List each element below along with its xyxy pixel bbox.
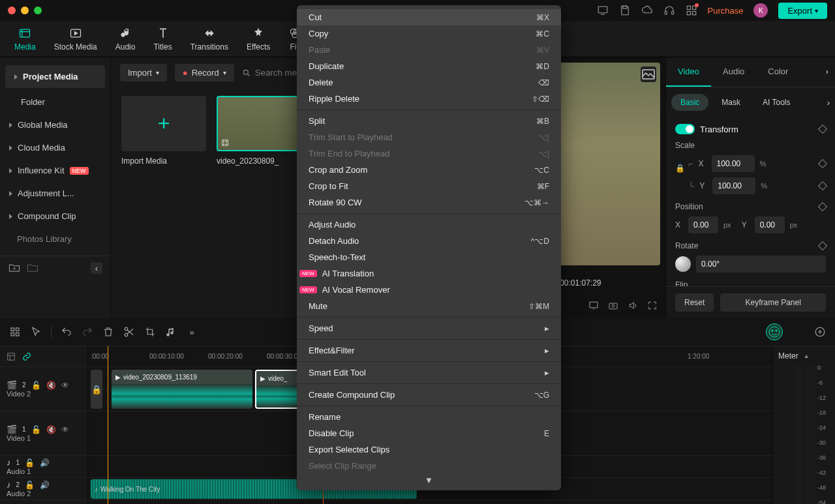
subtab-basic[interactable]: Basic bbox=[671, 94, 708, 111]
screen-icon[interactable] bbox=[597, 5, 609, 16]
avatar[interactable]: K bbox=[753, 3, 768, 18]
keyframe-diamond[interactable] bbox=[818, 241, 827, 250]
rotate-knob[interactable] bbox=[675, 256, 691, 272]
context-menu-item[interactable]: Ripple Delete⇧⌫ bbox=[297, 91, 561, 107]
keyframe-diamond[interactable] bbox=[818, 181, 827, 190]
lock-icon[interactable]: 🔓 bbox=[31, 381, 41, 390]
track-header-audio1[interactable]: ♪1🔓🔊 Audio 1 bbox=[0, 456, 87, 478]
tab-titles[interactable]: Titles bbox=[144, 23, 181, 55]
context-menu-item[interactable]: Disable ClipE bbox=[297, 425, 561, 441]
context-menu-item[interactable]: Split⌘B bbox=[297, 113, 561, 129]
context-menu-item[interactable]: Export Selected Clips bbox=[297, 441, 561, 458]
context-menu-item[interactable]: Crop and Zoom⌥C bbox=[297, 162, 561, 178]
context-menu-item[interactable]: Crop to Fit⌘F bbox=[297, 178, 561, 194]
add-marker-icon[interactable] bbox=[814, 326, 826, 338]
context-menu-item[interactable]: Effect&Filter▸ bbox=[297, 342, 561, 359]
playhead[interactable] bbox=[108, 346, 108, 504]
context-menu-item[interactable]: Speech-to-Text bbox=[297, 249, 561, 265]
sidebar-cloud-media[interactable]: Cloud Media bbox=[0, 136, 110, 159]
export-button[interactable]: Export▾ bbox=[778, 3, 827, 19]
link-icon[interactable] bbox=[22, 351, 31, 363]
context-menu-item[interactable]: Rotate 90 CW⌥⌘→ bbox=[297, 194, 561, 211]
timeline-clip[interactable]: ▶video_20230809_113619 bbox=[112, 370, 252, 409]
minimize-button[interactable] bbox=[21, 7, 29, 14]
music-icon[interactable] bbox=[165, 326, 177, 338]
context-menu-item[interactable]: Select Clip Range bbox=[297, 458, 561, 474]
maximize-button[interactable] bbox=[34, 7, 42, 14]
sidebar-compound[interactable]: Compound Clip bbox=[0, 205, 110, 228]
pos-y-input[interactable] bbox=[755, 216, 785, 233]
mute-icon[interactable]: 🔇 bbox=[46, 381, 56, 390]
context-menu-item[interactable]: Delete⌫ bbox=[297, 74, 561, 91]
record-button[interactable]: ●Record▾ bbox=[175, 64, 234, 82]
lock-icon[interactable]: 🔓 bbox=[31, 425, 41, 434]
lock-icon[interactable]: 🔒 bbox=[675, 164, 685, 173]
track-header-audio2[interactable]: ♪2🔓🔊 Audio 2 bbox=[0, 478, 87, 500]
props-tab-audio[interactable]: Audio bbox=[711, 57, 756, 87]
sidebar-influence-kit[interactable]: Influence KitNEW bbox=[0, 159, 110, 182]
subtab-ai-tools[interactable]: AI Tools bbox=[753, 94, 799, 111]
tab-effects[interactable]: Effects bbox=[237, 23, 279, 55]
keyframe-diamond[interactable] bbox=[818, 159, 827, 168]
keyframe-panel-button[interactable]: Keyframe Panel bbox=[720, 293, 826, 312]
rotate-input[interactable] bbox=[696, 256, 826, 273]
save-icon[interactable] bbox=[619, 5, 631, 16]
context-menu-item[interactable]: Create Compound Clip⌥G bbox=[297, 387, 561, 403]
magnet-icon[interactable] bbox=[9, 326, 21, 338]
tabs-more-icon[interactable]: › bbox=[819, 57, 835, 87]
props-tab-color[interactable]: Color bbox=[756, 57, 800, 87]
context-menu-item[interactable]: Adjust Audio bbox=[297, 216, 561, 233]
context-menu-item[interactable]: NEWAI Vocal Remover bbox=[297, 282, 561, 298]
headphones-icon[interactable] bbox=[663, 5, 675, 16]
subtab-mask[interactable]: Mask bbox=[712, 94, 750, 111]
cloud-icon[interactable] bbox=[641, 5, 653, 16]
picture-icon[interactable] bbox=[641, 67, 656, 82]
trash-icon[interactable] bbox=[102, 326, 114, 338]
track-header-video2[interactable]: 🎬2🔓🔇👁 Video 2 bbox=[0, 367, 87, 411]
scroll-down-icon[interactable]: ▼ bbox=[297, 474, 561, 486]
context-menu-item[interactable]: Speed▸ bbox=[297, 320, 561, 336]
context-menu-item[interactable]: Cut⌘X bbox=[297, 9, 561, 25]
timeline-clip-selected[interactable]: ▶video_ bbox=[255, 370, 299, 409]
volume-icon[interactable] bbox=[628, 299, 638, 312]
ai-assistant-icon[interactable] bbox=[766, 323, 783, 340]
keyframe-diamond[interactable] bbox=[818, 125, 827, 134]
track-header-video1[interactable]: 🎬1🔓🔇👁 Video 1 bbox=[0, 411, 87, 456]
more-icon[interactable]: » bbox=[186, 326, 198, 338]
media-clip[interactable]: video_20230809_ bbox=[217, 96, 301, 166]
undo-icon[interactable] bbox=[61, 326, 72, 338]
context-menu-item[interactable]: Duplicate⌘D bbox=[297, 58, 561, 74]
collapse-sidebar-icon[interactable]: ‹ bbox=[91, 262, 102, 274]
tab-transitions[interactable]: Transitions bbox=[181, 23, 237, 55]
fullscreen-icon[interactable] bbox=[647, 299, 658, 312]
sidebar-folder[interactable]: Folder bbox=[0, 91, 110, 113]
sidebar-global-media[interactable]: Global Media bbox=[0, 113, 110, 136]
mute-icon[interactable]: 🔇 bbox=[46, 425, 56, 434]
crop-icon[interactable] bbox=[144, 326, 156, 338]
cursor-icon[interactable] bbox=[30, 326, 42, 338]
transform-toggle[interactable] bbox=[675, 124, 695, 134]
context-menu-item[interactable]: NEWAI Translation bbox=[297, 265, 561, 282]
scale-x-input[interactable] bbox=[712, 155, 755, 172]
sidebar-photos[interactable]: Photos Library bbox=[0, 228, 110, 250]
pos-x-input[interactable] bbox=[688, 216, 718, 233]
context-menu-item[interactable]: Smart Edit Tool▸ bbox=[297, 364, 561, 381]
keyframe-diamond[interactable] bbox=[818, 202, 827, 211]
context-menu-item[interactable]: Mute⇧⌘M bbox=[297, 298, 561, 314]
tab-audio[interactable]: Audio bbox=[106, 23, 145, 55]
redo-icon[interactable] bbox=[82, 326, 93, 338]
props-tab-video[interactable]: Video bbox=[666, 57, 711, 87]
scissors-icon[interactable] bbox=[123, 326, 135, 338]
new-bin-icon[interactable] bbox=[26, 261, 39, 274]
close-button[interactable] bbox=[8, 7, 16, 14]
snapshot-icon[interactable] bbox=[608, 299, 618, 312]
reset-button[interactable]: Reset bbox=[675, 293, 714, 312]
purchase-button[interactable]: Purchase bbox=[708, 6, 744, 16]
layout-icon[interactable] bbox=[7, 351, 16, 363]
eye-icon[interactable]: 👁 bbox=[61, 425, 69, 434]
tab-stock-media[interactable]: Stock Media bbox=[45, 23, 106, 55]
context-menu-item[interactable]: Copy⌘C bbox=[297, 25, 561, 42]
subtabs-more-icon[interactable]: › bbox=[827, 98, 830, 108]
new-folder-icon[interactable] bbox=[8, 261, 21, 274]
import-media-card[interactable]: + Import Media bbox=[121, 96, 206, 166]
